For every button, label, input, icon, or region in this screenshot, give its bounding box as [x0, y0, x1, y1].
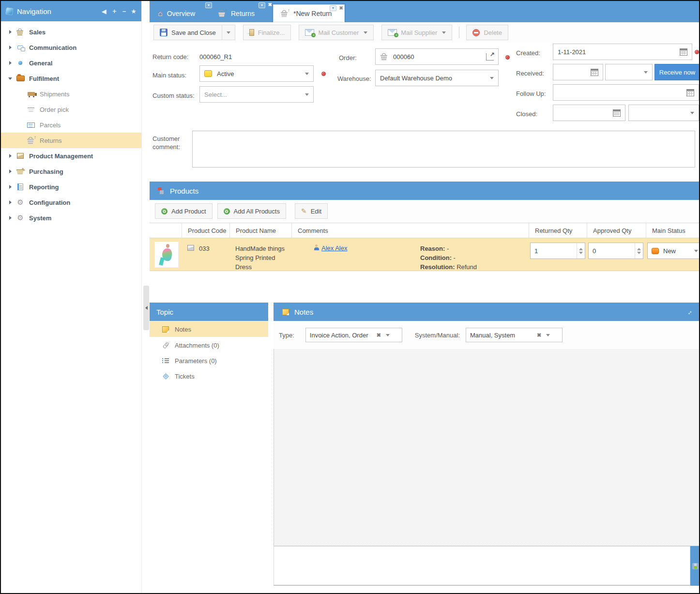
- sidebar-item-fulfilment[interactable]: Fulfilment: [1, 71, 141, 86]
- collapse-arrow-icon[interactable]: [7, 77, 14, 80]
- approved-qty-stepper[interactable]: [588, 243, 643, 259]
- expand-arrow-icon[interactable]: [7, 169, 14, 173]
- mail-customer-button[interactable]: Mail Customer: [299, 25, 374, 40]
- sidebar-item-product-management[interactable]: Product Management: [1, 148, 141, 164]
- tab-new-return[interactable]: ↑ *New Return ▼ ✖: [273, 4, 345, 22]
- sidebar-item-label: Returns: [40, 137, 62, 144]
- save-options-dropdown[interactable]: [222, 25, 235, 40]
- increment-icon[interactable]: [637, 248, 641, 250]
- panel-splitter[interactable]: [143, 286, 149, 330]
- topic-item-parameters[interactable]: Parameters (0): [150, 353, 268, 368]
- column-returned-qty[interactable]: Returned Qty: [529, 223, 587, 238]
- topic-item-tickets[interactable]: Tickets: [150, 368, 268, 384]
- navigation-title: Navigation: [17, 7, 51, 15]
- row-main-status-select[interactable]: New: [647, 243, 700, 259]
- tab-overview[interactable]: ⌂ Overview ▼: [151, 4, 209, 22]
- calendar-icon[interactable]: [591, 69, 598, 76]
- sidebar-item-sales[interactable]: Sales: [1, 24, 141, 40]
- row-main-status-value: New: [663, 247, 694, 255]
- sidebar-item-returns[interactable]: ↑ Returns: [1, 133, 141, 148]
- order-icon: [380, 53, 389, 60]
- follow-up-date-field[interactable]: [553, 84, 699, 101]
- main-status-select[interactable]: Active: [199, 65, 314, 82]
- receive-now-button[interactable]: Receive now: [654, 64, 700, 80]
- closed-time-select[interactable]: [628, 105, 699, 121]
- product-row[interactable]: 033 HandMade things Spring Printed Dress…: [150, 238, 700, 271]
- save-note-strip[interactable]: [690, 546, 700, 586]
- expand-arrow-icon[interactable]: [7, 154, 14, 158]
- sidebar-item-parcels[interactable]: Parcels: [1, 117, 141, 133]
- clear-icon[interactable]: ✖: [537, 332, 541, 338]
- new-note-input[interactable]: [274, 546, 690, 586]
- tab-menu-icon[interactable]: ▼: [259, 2, 265, 8]
- sidebar-item-label: Configuration: [29, 199, 70, 206]
- collapse-panel-icon[interactable]: [145, 306, 148, 310]
- expand-all-icon[interactable]: ＋: [111, 7, 118, 15]
- closed-date-field[interactable]: [553, 105, 625, 121]
- decrement-icon[interactable]: [579, 252, 583, 254]
- increment-icon[interactable]: [579, 248, 583, 250]
- expand-arrow-icon[interactable]: [7, 216, 14, 220]
- products-title: Products: [170, 187, 198, 195]
- tab-close-icon[interactable]: ✖: [268, 2, 272, 7]
- save-note-icon[interactable]: [692, 563, 699, 569]
- warehouse-select[interactable]: Default Warehouse Demo: [375, 70, 499, 86]
- calendar-icon[interactable]: [613, 109, 621, 117]
- collapse-sidebar-icon[interactable]: ◀: [102, 8, 107, 15]
- favorites-icon[interactable]: ★: [131, 8, 137, 15]
- sidebar-item-general[interactable]: General: [1, 55, 141, 71]
- add-product-button[interactable]: o Add Product: [155, 203, 213, 219]
- notes-list[interactable]: [274, 349, 700, 546]
- topic-item-label: Attachments (0): [175, 342, 219, 349]
- sidebar-item-system[interactable]: ⚙ System: [1, 210, 141, 226]
- received-date-field[interactable]: [553, 64, 603, 80]
- system-manual-filter-select[interactable]: Manual, System ✖: [466, 328, 563, 342]
- received-time-select[interactable]: [605, 64, 653, 80]
- column-product-name[interactable]: Product Name: [229, 223, 291, 238]
- expand-arrow-icon[interactable]: [7, 46, 14, 49]
- approved-qty-input[interactable]: [589, 247, 635, 255]
- type-filter-select[interactable]: Invoice Action, Order ✖: [305, 328, 402, 342]
- sidebar-item-communication[interactable]: Communication: [1, 40, 141, 55]
- column-approved-qty[interactable]: Approved Qty: [587, 223, 646, 238]
- add-all-products-button[interactable]: o Add All Products: [217, 203, 286, 219]
- returned-qty-stepper[interactable]: [530, 243, 585, 259]
- save-and-close-button[interactable]: Save and Close: [153, 25, 222, 40]
- column-main-status[interactable]: Main Status: [646, 223, 700, 238]
- order-field[interactable]: 000060: [375, 48, 499, 65]
- mail-supplier-button[interactable]: Mail Supplier: [381, 25, 452, 40]
- sidebar-item-configuration[interactable]: ⚙ Configuration: [1, 195, 141, 210]
- expand-arrow-icon[interactable]: [7, 200, 14, 204]
- created-date-field[interactable]: 1-11-2021: [553, 44, 692, 60]
- sidebar-item-shipments[interactable]: Shipments: [1, 86, 141, 102]
- decrement-icon[interactable]: [637, 252, 641, 254]
- sidebar-item-order-pick[interactable]: Order pick: [1, 102, 141, 117]
- tab-returns[interactable]: ↑ Returns ▼ ✖: [211, 4, 270, 22]
- finalize-button[interactable]: Finalize...: [243, 25, 291, 40]
- add-icon: o: [224, 208, 230, 214]
- open-order-icon[interactable]: [486, 53, 494, 61]
- column-comments[interactable]: Comments: [291, 223, 420, 238]
- returned-qty-input[interactable]: [531, 247, 577, 255]
- stepper-arrows[interactable]: [635, 243, 643, 259]
- comment-user-link[interactable]: Alex Alex: [321, 244, 347, 252]
- calendar-icon[interactable]: [680, 48, 687, 56]
- edit-button[interactable]: ✎ Edit: [295, 203, 328, 219]
- tab-menu-icon[interactable]: ▼: [330, 5, 336, 11]
- calendar-icon[interactable]: [686, 89, 694, 96]
- collapse-all-icon[interactable]: −: [122, 8, 126, 15]
- customer-comment-input[interactable]: [192, 131, 695, 168]
- tab-close-icon[interactable]: ✖: [339, 5, 343, 11]
- sidebar-item-reporting[interactable]: Reporting: [1, 179, 141, 195]
- expand-arrow-icon[interactable]: [7, 61, 14, 65]
- stepper-arrows[interactable]: [577, 243, 585, 259]
- clear-icon[interactable]: ✖: [377, 332, 381, 338]
- expand-arrow-icon[interactable]: [7, 30, 14, 34]
- topic-item-notes[interactable]: Notes: [150, 321, 268, 337]
- expand-arrow-icon[interactable]: [7, 185, 14, 189]
- custom-status-select[interactable]: Select...: [199, 86, 314, 103]
- topic-item-attachments[interactable]: Attachments (0): [150, 337, 268, 353]
- sidebar-item-purchasing[interactable]: Purchasing: [1, 164, 141, 179]
- column-product-code[interactable]: Product Code: [182, 223, 229, 238]
- delete-button[interactable]: Delete: [466, 25, 508, 40]
